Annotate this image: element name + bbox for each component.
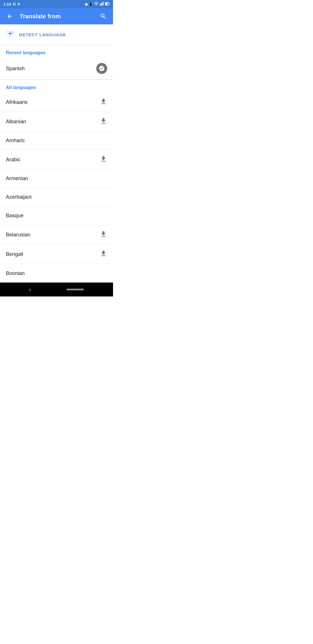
language-item-amharic[interactable]: Amharic: [0, 131, 113, 150]
search-button[interactable]: [98, 11, 108, 21]
nav-back-button[interactable]: ‹: [29, 287, 31, 293]
detect-language-label: DETECT LANGUAGE: [19, 32, 66, 37]
notification-icon: ⊡: [13, 2, 16, 6]
language-item-azerbaijani[interactable]: Azerbaijani: [0, 188, 113, 207]
download-icon-afrikaans[interactable]: [100, 98, 107, 106]
downloaded-icon: [96, 63, 107, 74]
svg-rect-6: [109, 3, 110, 4]
language-name-albanian: Albanian: [6, 119, 26, 125]
cast-icon: ⊚: [17, 2, 20, 6]
download-icon-belarusian[interactable]: [100, 230, 107, 239]
svg-rect-3: [102, 3, 103, 6]
battery-icon: [105, 2, 110, 6]
all-languages-list: Afrikaans Albanian AmharicArabic Armenia…: [0, 93, 113, 283]
download-icon-bengali[interactable]: [100, 250, 107, 258]
language-item-bengali[interactable]: Bengali: [0, 245, 113, 264]
wifi-icon: [94, 2, 99, 6]
page-title: Translate from: [20, 13, 93, 20]
back-button[interactable]: [5, 11, 15, 21]
svg-rect-2: [101, 3, 102, 6]
language-name-armenian: Armenian: [6, 176, 28, 182]
svg-rect-4: [103, 2, 104, 6]
language-name-amharic: Amharic: [6, 138, 25, 144]
language-name-arabic: Arabic: [6, 157, 21, 163]
nav-home-pill[interactable]: [66, 289, 84, 290]
status-bar: 1:14 ⊡ ⊚ ▣ 📳: [0, 0, 113, 8]
language-name-belarusian: Belarusian: [6, 232, 30, 238]
language-item-albanian[interactable]: Albanian: [0, 112, 113, 131]
download-icon-albanian[interactable]: [100, 117, 107, 126]
sparkle-icon: [6, 30, 14, 39]
all-languages-header: All languages: [0, 80, 113, 93]
svg-rect-7: [105, 3, 108, 5]
recent-languages-header: Recent languages: [0, 45, 113, 58]
detect-language-button[interactable]: DETECT LANGUAGE: [0, 24, 113, 45]
language-name-bosnian: Bosnian: [6, 270, 25, 276]
language-item-arabic[interactable]: Arabic: [0, 150, 113, 169]
status-left: 1:14 ⊡ ⊚: [3, 2, 20, 6]
vibrate-icon: 📳: [89, 2, 93, 6]
language-name-azerbaijani: Azerbaijani: [6, 194, 32, 200]
language-name-bengali: Bengali: [6, 251, 23, 257]
language-name-basque: Basque: [6, 213, 23, 219]
svg-rect-1: [100, 4, 101, 6]
language-item-belarusian[interactable]: Belarusian: [0, 225, 113, 245]
cast-status-icon: ▣: [85, 3, 88, 6]
download-icon-arabic[interactable]: [100, 155, 107, 164]
status-right: ▣ 📳: [85, 2, 110, 6]
language-name-spanish: Spanish: [6, 66, 25, 72]
nav-bar: ‹: [0, 283, 113, 296]
language-item-bosnian[interactable]: Bosnian: [0, 264, 113, 283]
status-time: 1:14: [3, 2, 11, 6]
signal-icon: [100, 2, 104, 6]
language-item-spanish[interactable]: Spanish: [0, 58, 113, 79]
language-name-afrikaans: Afrikaans: [6, 99, 28, 105]
language-item-armenian[interactable]: Armenian: [0, 169, 113, 188]
language-item-afrikaans[interactable]: Afrikaans: [0, 93, 113, 112]
language-item-basque[interactable]: Basque: [0, 207, 113, 225]
svg-point-0: [96, 5, 97, 6]
app-bar: Translate from: [0, 8, 113, 24]
